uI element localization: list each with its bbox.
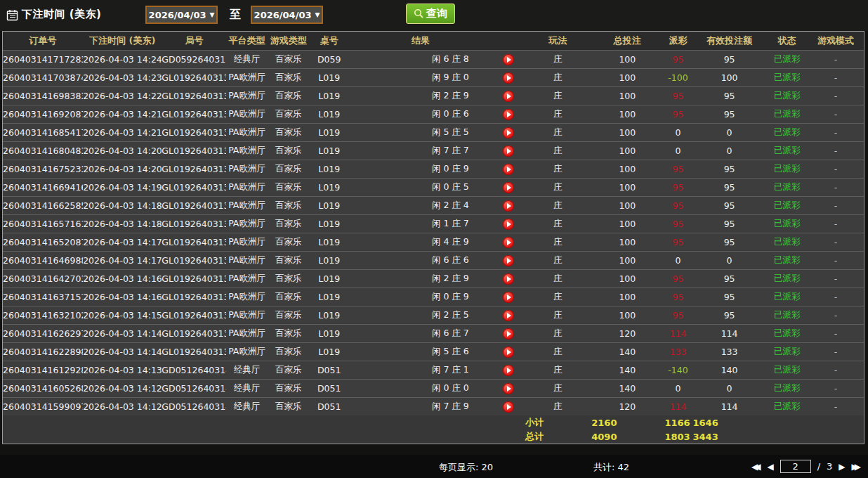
page-separator: / [817, 461, 820, 472]
platform-cell: PA欧洲厅 [226, 325, 267, 343]
total-pages: 3 [827, 461, 832, 472]
play-icon[interactable] [503, 72, 514, 84]
result-cell: 闲 0 庄 0 [349, 380, 492, 398]
subtotal-valid-bet: 1646 [692, 415, 767, 429]
game-type-cell: 百家乐 [268, 87, 310, 105]
table-no-cell: L019 [310, 343, 349, 361]
chevron-down-icon: ▼ [315, 11, 320, 18]
round-id-cell: GL0192640313N [162, 288, 226, 306]
result-cell: 闲 5 庄 5 [349, 124, 492, 142]
play-cell [492, 343, 525, 361]
game-mode-cell: - [808, 398, 864, 416]
table-row: 260403141669416 2026-04-03 14:19:28 GL01… [3, 179, 864, 197]
valid-bet-cell: 95 [692, 270, 767, 288]
total-bet-cell: 120 [591, 325, 664, 343]
query-button-label: 查询 [426, 7, 447, 20]
order-id-cell: 260403141646988 [3, 252, 83, 270]
play-type-cell: 庄 [525, 233, 591, 252]
valid-bet-cell: 95 [692, 288, 767, 306]
table-row: 260403141703874 2026-04-03 14:23:04 GL01… [3, 69, 864, 87]
header-platform: 平台类型 [226, 32, 267, 51]
header-payout: 派彩 [664, 32, 692, 51]
header-bet-time: 下注时间 (美东) [83, 32, 162, 51]
table-row: 260403141626297 2026-04-03 14:14:54 GL01… [3, 325, 864, 343]
play-icon[interactable] [503, 273, 514, 285]
last-page-icon[interactable]: ▶▶ [852, 463, 861, 471]
play-icon[interactable] [503, 146, 514, 157]
status-cell: 已派彩 [767, 87, 808, 105]
prev-page-icon[interactable]: ◀ [767, 463, 773, 471]
play-icon[interactable] [503, 401, 514, 413]
total-bet-cell: 100 [591, 306, 664, 325]
payout-cell: 95 [664, 270, 692, 288]
date-to-select[interactable]: 2026/04/03 ▼ [251, 6, 323, 24]
status-cell: 已派彩 [767, 179, 808, 197]
result-cell: 闲 5 庄 6 [349, 343, 492, 361]
result-cell: 闲 7 庄 9 [349, 398, 492, 416]
result-cell: 闲 2 庄 5 [349, 306, 492, 325]
total-bet-cell: 100 [591, 87, 664, 105]
game-type-cell: 百家乐 [268, 270, 310, 288]
result-cell: 闲 6 庄 7 [349, 325, 492, 343]
play-icon[interactable] [503, 310, 514, 321]
platform-cell: 经典厅 [226, 398, 267, 416]
game-mode-cell: - [808, 160, 864, 179]
order-id-cell: 260403141612928 [3, 361, 83, 380]
play-icon[interactable] [503, 237, 514, 248]
game-type-cell: 百家乐 [268, 179, 310, 197]
platform-cell: PA欧洲厅 [226, 252, 267, 270]
game-mode-cell: - [808, 325, 864, 343]
play-icon[interactable] [503, 182, 514, 193]
platform-cell: PA欧洲厅 [226, 179, 267, 197]
play-icon[interactable] [503, 292, 514, 303]
play-icon[interactable] [503, 219, 514, 230]
bet-time-cell: 2026-04-03 14:23:04 [83, 69, 162, 87]
first-page-icon[interactable]: ◀◀ [751, 463, 761, 471]
round-id-cell: GL0192640313K [162, 343, 226, 361]
status-cell: 已派彩 [767, 380, 808, 398]
table-no-cell: L019 [310, 215, 349, 233]
play-cell [492, 398, 525, 416]
table-no-cell: D051 [310, 361, 349, 380]
round-id-cell: GD05126403142 [162, 398, 226, 416]
query-button[interactable]: 查询 [406, 4, 455, 24]
play-icon[interactable] [503, 164, 514, 175]
table-no-cell: L019 [310, 325, 349, 343]
date-from-select[interactable]: 2026/04/03 ▼ [145, 6, 218, 24]
play-icon[interactable] [503, 255, 514, 266]
play-icon[interactable] [503, 127, 514, 138]
play-type-cell: 庄 [525, 252, 591, 270]
play-icon[interactable] [503, 200, 514, 212]
play-cell [492, 306, 525, 325]
status-cell: 已派彩 [767, 215, 808, 233]
to-label: 至 [230, 8, 241, 22]
order-id-cell: 260403141675233 [3, 160, 83, 179]
calendar-icon [6, 9, 18, 21]
next-page-icon[interactable]: ▶ [839, 463, 845, 471]
order-id-cell: 260403141717283 [3, 51, 83, 69]
table-no-cell: L019 [310, 179, 349, 197]
play-icon[interactable] [503, 383, 514, 394]
total-bet-cell: 100 [591, 142, 664, 160]
game-type-cell: 百家乐 [268, 380, 310, 398]
play-type-cell: 庄 [525, 124, 591, 142]
play-icon[interactable] [503, 91, 514, 102]
play-icon[interactable] [503, 347, 514, 358]
play-cell [492, 215, 525, 233]
page-number-input[interactable] [780, 460, 811, 473]
table-row: 260403141642703 2026-04-03 14:16:38 GL01… [3, 270, 864, 288]
result-cell: 闲 6 庄 8 [349, 51, 492, 69]
play-type-cell: 庄 [525, 105, 591, 124]
table-row: 260403141680483 2026-04-03 14:20:34 GL01… [3, 142, 864, 160]
play-type-cell: 庄 [525, 270, 591, 288]
table-row: 260403141717283 2026-04-03 14:24:29 GD05… [3, 51, 864, 69]
status-cell: 已派彩 [767, 361, 808, 380]
game-type-cell: 百家乐 [268, 288, 310, 306]
play-icon[interactable] [503, 54, 514, 65]
play-icon[interactable] [503, 328, 514, 340]
play-icon[interactable] [503, 109, 514, 120]
valid-bet-cell: 114 [692, 325, 767, 343]
valid-bet-cell: 100 [692, 69, 767, 87]
play-icon[interactable] [503, 365, 514, 376]
game-type-cell: 百家乐 [268, 252, 310, 270]
